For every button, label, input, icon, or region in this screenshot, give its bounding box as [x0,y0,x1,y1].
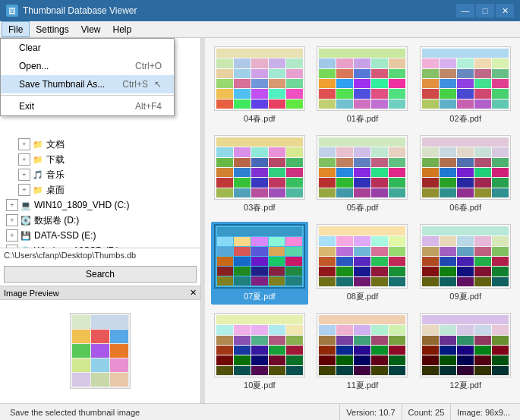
menu-separator [1,95,174,96]
main-layout: Clear Open... Ctrl+O Save Thumbnail As..… [0,38,520,403]
window-title: Thumbnail Database Viewer [23,5,137,16]
status-image-size: Image: 96x9... [451,404,516,420]
preview-header: Image Preview ✕ [0,286,200,300]
thumbnail-label-8: 09夏.pdf [449,291,481,302]
thumbnail-label-11: 12夏.pdf [449,380,481,391]
menu-item-clear[interactable]: Clear [1,39,174,57]
thumbnail-label-0: 04春.pdf [244,113,276,125]
thumbnail-image-9 [214,313,305,377]
thumbnail-image-0 [214,46,305,111]
left-panel: Clear Open... Ctrl+O Save Thumbnail As..… [0,38,201,403]
tree-label-music: 音乐 [46,169,65,182]
status-message: Save the selected thumbnail image [4,404,340,420]
status-version: Version: 10.7 [340,404,402,420]
tree-toggle-music[interactable]: + [18,169,30,181]
menu-file[interactable]: File [2,21,30,37]
menu-settings[interactable]: Settings [30,21,74,37]
folder-icon-downloads: 📁 [32,154,44,165]
status-count: Count: 25 [402,404,452,420]
tree-item-music[interactable]: + 🎵 音乐 [3,167,197,182]
menu-bar: File Settings View Help [0,21,520,38]
tree-item-drive-d[interactable]: + 💽 数据卷 (D:) [3,213,197,228]
thumbnail-item-4[interactable]: 05春.pdf [314,133,411,216]
image-preview-panel: Image Preview ✕ [0,286,200,403]
window-controls: — □ ✕ [456,4,514,17]
search-button[interactable]: Search [4,266,197,283]
folder-icon-desktop: 📁 [32,185,44,195]
thumbnail-label-5: 06春.pdf [449,202,481,213]
thumbnail-image-7 [317,224,408,289]
close-button[interactable]: ✕ [496,4,514,17]
thumbnail-label-1: 01春.pdf [347,113,379,125]
thumbnail-label-10: 11夏.pdf [347,380,379,391]
thumbnail-item-8[interactable]: 09夏.pdf [417,222,514,305]
thumbnail-label-7: 08夏.pdf [347,291,379,302]
preview-thumbnail [70,313,131,389]
tree-toggle-documents[interactable]: + [18,138,30,150]
thumbnail-image-2 [420,46,511,111]
thumbnail-image-8 [420,224,511,289]
thumbnail-image-3 [214,135,305,200]
drive-icon-d: 💽 [20,215,32,226]
preview-label: Image Preview [4,289,59,298]
thumbnail-label-4: 05春.pdf [347,202,379,213]
minimize-button[interactable]: — [456,4,474,17]
tree-toggle-desktop[interactable]: + [18,184,30,196]
tree-label-drive-d: 数据卷 (D:) [34,214,79,227]
tree-toggle-downloads[interactable]: + [18,153,30,166]
thumbnail-image-1 [317,46,408,111]
thumbnail-item-1[interactable]: 01春.pdf [314,44,411,127]
menu-item-save-thumbnail[interactable]: Save Thumbnail As... Ctrl+S ↖ [1,75,174,93]
thumbnail-image-5 [420,135,511,200]
tree-item-drive-e[interactable]: + 💾 DATA-SSD (E:) [3,228,197,243]
thumbnail-label-6: 07夏.pdf [244,291,276,302]
thumbnail-item-2[interactable]: 02春.pdf [417,44,514,127]
music-icon: 🎵 [32,169,44,180]
tree-label-documents: 文档 [46,138,65,151]
thumbnail-item-5[interactable]: 06春.pdf [417,133,514,216]
title-bar: 🖼 Thumbnail Database Viewer — □ ✕ [0,0,520,21]
tree-item-drive-c[interactable]: + 💻 WIN10_1809_VHD (C:) [3,197,197,213]
thumbnail-label-9: 10夏.pdf [244,380,276,391]
menu-item-exit[interactable]: Exit Alt+F4 [1,97,174,115]
tree-label-desktop: 桌面 [46,184,65,197]
tree-toggle-drive-d[interactable]: + [6,214,18,226]
menu-view[interactable]: View [75,21,107,37]
preview-content [0,300,200,401]
folder-icon-documents: 📁 [32,139,44,150]
cursor-icon: ↖ [154,79,162,90]
file-dropdown-menu: Clear Open... Ctrl+O Save Thumbnail As..… [0,38,175,116]
thumbnail-item-7[interactable]: 08夏.pdf [314,222,411,305]
tree-toggle-drive-e[interactable]: + [6,229,18,242]
preview-close-icon[interactable]: ✕ [190,288,197,298]
tree-label-drive-e: DATA-SSD (E:) [34,230,96,241]
thumbnail-image-6 [214,224,305,289]
tree-item-downloads[interactable]: + 📁 下载 [3,152,197,167]
menu-help[interactable]: Help [107,21,138,37]
thumbnail-item-10[interactable]: 11夏.pdf [314,311,411,393]
path-bar: C:\Users\cfanp\Desktop\Thumbs.db [0,248,200,263]
thumbnail-image-11 [420,313,511,377]
tree-item-documents[interactable]: + 📁 文档 [3,137,197,152]
menu-item-open[interactable]: Open... Ctrl+O [1,57,174,75]
status-bar: Save the selected thumbnail image Versio… [0,403,520,420]
drive-icon-e: 💾 [20,230,32,241]
thumbnail-item-0[interactable]: 04春.pdf [211,44,308,127]
drive-icon-c: 💻 [20,200,32,210]
tree-label-drive-c: WIN10_1809_VHD (C:) [34,200,129,210]
tree-label-downloads: 下载 [46,153,65,166]
thumbnail-item-3[interactable]: 03春.pdf [211,133,308,216]
maximize-button[interactable]: □ [476,4,494,17]
tree-item-desktop[interactable]: + 📁 桌面 [3,182,197,197]
thumbnail-image-10 [317,313,408,377]
thumbnail-item-6[interactable]: 07夏.pdf [211,222,308,305]
app-icon: 🖼 [6,5,18,17]
thumbnail-item-11[interactable]: 12夏.pdf [417,311,514,393]
thumbnail-grid: 04春.pdf 01春.pdf [205,38,520,403]
thumbnail-label-3: 03春.pdf [244,202,276,213]
thumbnail-label-2: 02春.pdf [449,113,481,125]
thumbnail-item-9[interactable]: 10夏.pdf [211,311,308,393]
tree-toggle-drive-c[interactable]: + [6,199,18,211]
thumbnail-image-4 [317,135,408,200]
